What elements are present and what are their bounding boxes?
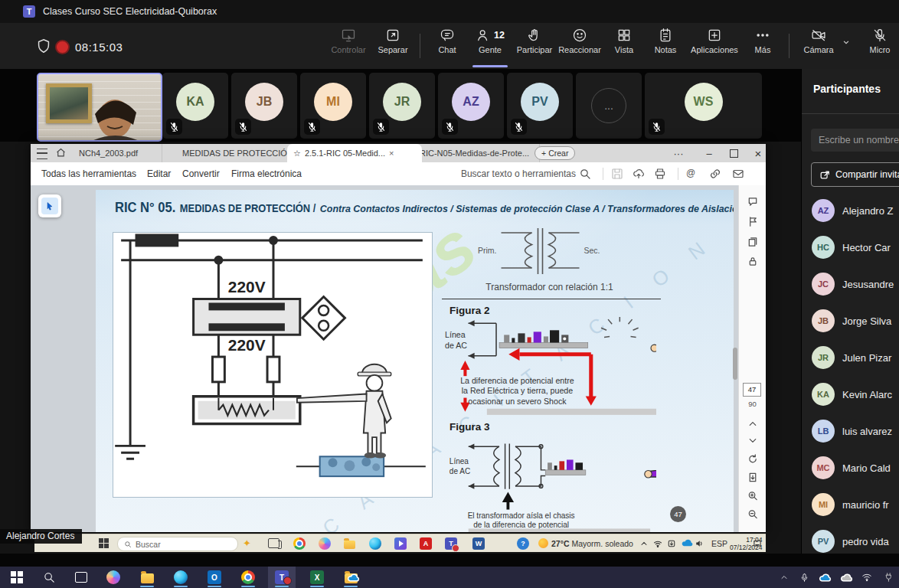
scrollbar-thumb[interactable] xyxy=(733,348,737,380)
comment-icon[interactable] xyxy=(747,196,758,207)
menu-hamburger-icon[interactable] xyxy=(37,149,47,159)
shared-chrome-icon[interactable] xyxy=(293,537,306,550)
participant-tile[interactable]: WS xyxy=(645,73,762,139)
pdf-tab[interactable]: NCh4_2003.pdf xyxy=(73,144,162,162)
tray-onedrive-blue-icon[interactable] xyxy=(815,567,835,588)
copilot-icon[interactable] xyxy=(100,567,127,588)
shared-edge-icon[interactable] xyxy=(369,537,381,550)
refresh-icon[interactable] xyxy=(747,453,758,465)
shared-copilot-icon[interactable] xyxy=(319,537,331,550)
menu-todas-herramientas[interactable]: Todas las herramientas xyxy=(41,168,136,179)
weather-widget[interactable]: 27°C Mayorm. soleado xyxy=(538,537,633,550)
vista-button[interactable]: Vista xyxy=(607,28,641,66)
chevron-down-icon[interactable] xyxy=(747,435,758,446)
pdf-tab-active[interactable]: ☆ 2.5.1-RIC 05-Medid... × xyxy=(287,144,422,162)
participant-tile[interactable]: JB xyxy=(231,73,297,139)
page-current-box[interactable]: 47 xyxy=(743,383,761,397)
tray-speaker-icon[interactable] xyxy=(695,537,704,550)
start-button[interactable] xyxy=(3,567,31,588)
edge-icon[interactable] xyxy=(167,567,195,588)
pdf-tab[interactable]: RIC-N05-Medidas-de-Prote... xyxy=(414,144,540,162)
tray-onedrive-icon[interactable] xyxy=(681,537,694,550)
menu-convertir[interactable]: Convertir xyxy=(182,168,220,179)
shared-acrobat-icon[interactable]: A xyxy=(420,537,432,550)
excel-icon[interactable]: X xyxy=(303,567,331,588)
crear-button[interactable]: + Crear xyxy=(534,146,575,160)
onedrive-folder-icon[interactable] xyxy=(337,567,365,588)
print-icon[interactable] xyxy=(654,168,666,180)
link-icon[interactable] xyxy=(709,168,721,180)
participant-row[interactable]: JC Jesusandre xyxy=(812,267,899,301)
tray-wifi-icon[interactable] xyxy=(858,567,876,588)
tray-plug-icon[interactable] xyxy=(879,567,899,588)
tray-mic-icon[interactable] xyxy=(795,567,813,588)
search-icon[interactable] xyxy=(579,168,591,180)
shared-help-icon[interactable]: ? xyxy=(517,537,529,550)
shared-start-button[interactable] xyxy=(99,537,109,550)
presenter-video-tile[interactable] xyxy=(37,73,162,142)
teams-taskbar-icon[interactable]: T xyxy=(268,567,296,588)
shared-teams-icon[interactable]: T xyxy=(445,537,457,550)
bookmark-icon[interactable] xyxy=(747,216,758,227)
micro-button[interactable]: Micro xyxy=(859,28,899,66)
reaccionar-button[interactable]: Reaccionar xyxy=(557,28,602,66)
copy-pages-icon[interactable] xyxy=(747,236,758,247)
camara-button[interactable]: Cámara xyxy=(798,28,839,66)
save-icon[interactable] xyxy=(611,168,623,180)
share-invitation-button[interactable]: Compartir invitación xyxy=(811,162,899,187)
participant-row[interactable]: MC Mario Cald xyxy=(812,451,899,485)
tray-chevron-icon[interactable] xyxy=(775,567,793,588)
zoom-in-icon[interactable] xyxy=(747,490,758,501)
zoom-out-icon[interactable] xyxy=(747,508,758,520)
home-icon[interactable] xyxy=(55,147,67,158)
window-more-button[interactable]: ··· xyxy=(668,144,689,162)
participant-row[interactable]: MI mauricio fr xyxy=(812,488,899,521)
tab-close-icon[interactable]: × xyxy=(389,149,394,158)
select-tool-button[interactable] xyxy=(38,194,61,217)
minimize-button[interactable]: – xyxy=(698,144,720,162)
close-button[interactable]: × xyxy=(747,144,769,162)
share-review-icon[interactable]: @ xyxy=(686,168,698,180)
controlar-button[interactable]: Controlar xyxy=(328,28,369,66)
menu-editar[interactable]: Editar xyxy=(147,168,171,179)
maximize-button[interactable] xyxy=(723,144,744,162)
lock-icon[interactable] xyxy=(747,256,758,267)
participant-tile[interactable]: PV xyxy=(507,73,573,139)
participant-row[interactable]: JR Julen Pizar xyxy=(812,341,899,374)
export-page-icon[interactable] xyxy=(747,472,758,483)
participant-search-input[interactable] xyxy=(811,129,899,152)
participant-tile[interactable]: KA xyxy=(162,73,228,139)
shared-search-box[interactable]: Buscar xyxy=(117,537,238,551)
cloud-upload-icon[interactable] xyxy=(633,168,645,180)
tray-update-icon[interactable] xyxy=(667,537,676,550)
search-label[interactable]: Buscar texto o herramientas xyxy=(461,168,576,179)
outlook-icon[interactable]: O xyxy=(201,567,228,588)
shared-word-icon[interactable]: W xyxy=(472,537,485,550)
camera-chevron-icon[interactable] xyxy=(841,37,852,47)
chrome-icon[interactable] xyxy=(234,567,262,588)
tray-chevron-icon[interactable] xyxy=(639,537,649,550)
language-indicator[interactable]: ESP xyxy=(711,537,727,550)
separar-button[interactable]: Separar xyxy=(373,28,413,66)
chevron-up-icon[interactable] xyxy=(747,418,758,430)
participant-tile[interactable]: AZ xyxy=(438,73,504,139)
shared-explorer-icon[interactable] xyxy=(344,537,355,550)
taskview-icon[interactable] xyxy=(67,567,95,588)
participant-row[interactable]: KA Kevin Alarc xyxy=(812,377,899,411)
mas-button[interactable]: Más xyxy=(747,28,779,66)
participant-row[interactable]: AZ Alejandro Z xyxy=(812,194,899,227)
participant-row[interactable]: JB Jorge Silva xyxy=(812,304,899,338)
chat-button[interactable]: Chat xyxy=(430,28,464,66)
star-icon[interactable]: ☆ xyxy=(293,149,301,158)
participant-row[interactable]: HC Hector Car xyxy=(812,230,899,264)
notification-icon[interactable] xyxy=(753,537,762,550)
copilot-sparkle-icon[interactable]: ✦ xyxy=(243,537,251,550)
pdf-tab[interactable]: MEDIDAS DE PROTECCIÓ... xyxy=(176,144,296,162)
taskbar-search-icon[interactable] xyxy=(35,567,63,588)
tray-onedrive-gray-icon[interactable] xyxy=(836,567,856,588)
shared-mediaplayer-icon[interactable] xyxy=(394,537,407,550)
shared-taskview-icon[interactable] xyxy=(268,537,280,550)
menu-firma[interactable]: Firma electrónica xyxy=(231,168,302,179)
participant-tile[interactable]: JR xyxy=(369,73,435,139)
explorer-icon[interactable] xyxy=(133,567,161,588)
